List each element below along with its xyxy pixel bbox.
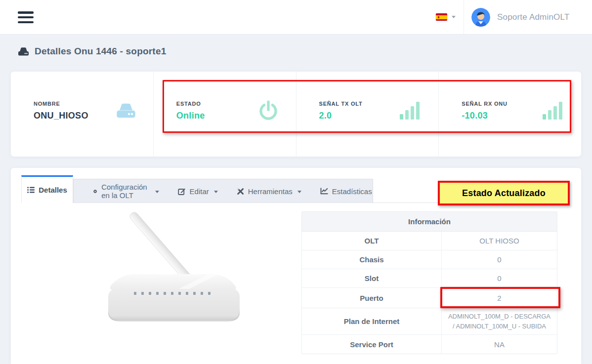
row-plan-value: ADMINOLT_100M_D - DESCARGA / ADMINOLT_10… xyxy=(442,308,557,334)
chevron-down-icon xyxy=(155,191,159,193)
user-menu[interactable]: Soporte AdminOLT xyxy=(471,8,570,27)
tab-herramientas[interactable]: Herramientas xyxy=(227,179,311,203)
chevron-down-icon xyxy=(297,191,301,193)
tab-editar-label: Editar xyxy=(190,187,209,196)
topbar: Soporte AdminOLT xyxy=(0,0,592,35)
table-row-plan: Plan de Internet ADMINOLT_100M_D - DESCA… xyxy=(302,308,557,335)
row-service-port-value: NA xyxy=(442,335,557,354)
chart-icon xyxy=(320,188,328,195)
language-dropdown[interactable] xyxy=(436,13,456,21)
tab-configuracion-label: Configuración en la OLT xyxy=(101,183,150,200)
stat-rx-value: -10.03 xyxy=(462,111,507,121)
table-row-slot: Slot 0 xyxy=(302,269,557,288)
spain-flag-icon xyxy=(436,13,447,21)
stat-estado-label: ESTADO xyxy=(176,101,205,107)
row-olt-value: OLT HIOSO xyxy=(442,232,557,250)
row-slot-value: 0 xyxy=(442,269,557,287)
page-title: Detalles Onu 1446 - soporte1 xyxy=(35,46,166,57)
edit-icon xyxy=(178,188,186,195)
stat-estado: ESTADO Online xyxy=(153,72,296,157)
table-row-olt: OLT OLT HIOSO xyxy=(302,232,557,250)
row-puerto-value: 2 xyxy=(442,288,557,308)
chevron-down-icon xyxy=(452,16,456,18)
row-chasis-label: Chasis xyxy=(302,250,442,269)
gear-icon xyxy=(93,188,97,195)
tools-icon xyxy=(237,188,244,195)
tab-estadisticas[interactable]: Estadísticas xyxy=(311,179,381,203)
tab-detalles[interactable]: Detalles xyxy=(21,175,73,203)
stat-estado-value: Online xyxy=(176,111,205,121)
onu-product-image xyxy=(101,210,250,328)
tab-editar[interactable]: Editar xyxy=(169,179,227,203)
chevron-down-icon xyxy=(214,191,218,193)
stat-rx-label: SEÑAL RX ONU xyxy=(462,101,507,107)
table-row-chasis: Chasis 0 xyxy=(302,250,557,269)
stat-nombre-value: ONU_HIOSO xyxy=(34,111,88,121)
info-table-header: Información xyxy=(302,212,557,232)
stat-tx-value: 2.0 xyxy=(319,111,363,121)
topbar-divider xyxy=(464,0,464,35)
info-table: Información OLT OLT HIOSO Chasis 0 Slot … xyxy=(301,211,557,354)
stats-card: NOMBRE ONU_HIOSO ESTADO Online SEÑAL TX … xyxy=(11,72,581,157)
tab-estadisticas-label: Estadísticas xyxy=(332,187,372,196)
stat-senal-rx-onu: SEÑAL RX ONU -10.03 xyxy=(438,72,581,157)
row-olt-label: OLT xyxy=(302,232,442,250)
annotation-status-note: Estado Actualizado xyxy=(438,181,570,205)
user-name: Soporte AdminOLT xyxy=(497,12,570,22)
row-service-port-label: Service Port xyxy=(302,335,442,354)
tab-configuracion-olt[interactable]: Configuración en la OLT xyxy=(84,179,169,203)
row-plan-label: Plan de Internet xyxy=(302,308,442,334)
signal-bars-icon xyxy=(399,101,422,121)
stat-nombre-label: NOMBRE xyxy=(34,101,88,107)
breadcrumb: Detalles Onu 1446 - soporte1 xyxy=(18,46,166,57)
row-puerto-label: Puerto xyxy=(302,288,442,308)
row-chasis-value: 0 xyxy=(442,250,557,269)
signal-bars-icon xyxy=(542,101,564,121)
stat-senal-tx-olt: SEÑAL TX OLT 2.0 xyxy=(296,72,439,157)
stat-tx-label: SEÑAL TX OLT xyxy=(319,101,363,107)
hamburger-menu-icon[interactable] xyxy=(18,11,34,23)
tab-strip: Configuración en la OLT Editar Herramien… xyxy=(73,179,373,203)
row-slot-label: Slot xyxy=(302,269,442,287)
table-row-service-port: Service Port NA xyxy=(302,335,557,354)
router-icon xyxy=(116,103,136,119)
list-icon xyxy=(27,187,35,193)
onu-device-icon xyxy=(18,47,29,56)
stat-nombre: NOMBRE ONU_HIOSO xyxy=(11,72,153,157)
tab-herramientas-label: Herramientas xyxy=(248,187,293,196)
tab-detalles-label: Detalles xyxy=(39,186,67,194)
power-icon xyxy=(257,100,279,121)
avatar xyxy=(471,8,490,27)
table-row-puerto: Puerto 2 xyxy=(302,288,557,308)
